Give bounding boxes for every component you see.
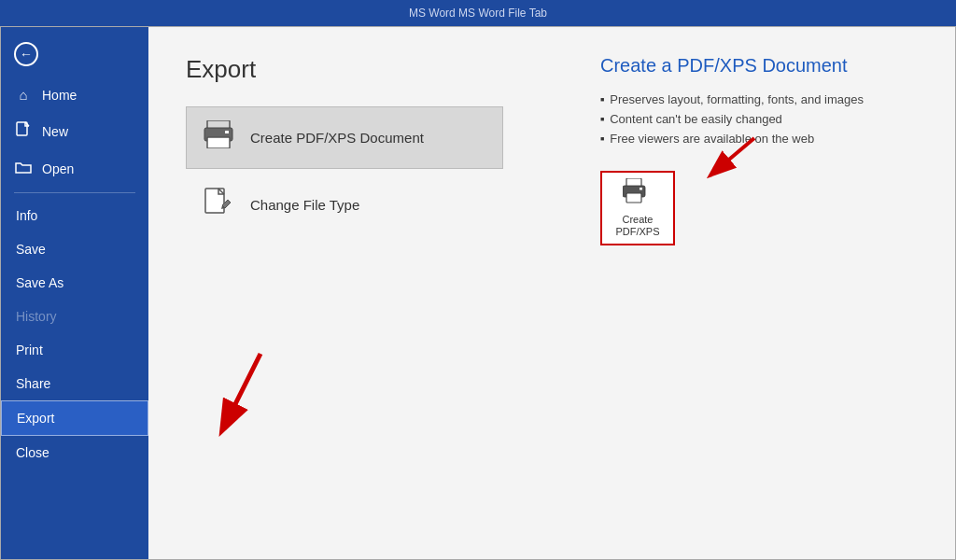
svg-rect-9 (626, 193, 641, 203)
share-label: Share (16, 376, 50, 391)
history-label: History (16, 309, 57, 324)
save-as-label: Save As (16, 275, 63, 290)
sidebar-item-share[interactable]: Share (1, 367, 148, 400)
info-label: Info (16, 208, 37, 223)
sidebar-item-history: History (1, 300, 148, 333)
sidebar: ← ⌂ Home New Open (1, 27, 148, 559)
change-file-type-option[interactable]: Change File Type (186, 173, 503, 237)
sidebar-divider (14, 192, 135, 193)
sidebar-item-print[interactable]: Print (1, 333, 148, 367)
open-icon (14, 160, 33, 177)
export-label: Export (17, 411, 54, 426)
sidebar-item-home[interactable]: ⌂ Home (1, 77, 148, 112)
sidebar-home-label: Home (42, 88, 77, 103)
right-panel: Create a PDF/XPS Document ■ Preserves la… (600, 55, 918, 245)
export-options: Create PDF/XPS Document Change File Type (186, 106, 503, 237)
create-pdf-btn-icon (623, 178, 653, 210)
bullet-item-2: ■ Content can't be easily changed (600, 109, 918, 129)
home-icon: ⌂ (14, 87, 33, 103)
svg-rect-4 (225, 131, 229, 133)
btn-label-line2: PDF/XPS (615, 226, 659, 237)
bullet-list: ■ Preserves layout, formatting, fonts, a… (600, 90, 918, 148)
sidebar-new-label: New (42, 124, 68, 139)
svg-rect-3 (207, 137, 230, 148)
top-bar: MS Word MS Word File Tab (0, 0, 956, 26)
change-file-type-label: Change File Type (250, 197, 359, 213)
bullet-1-text: Preserves layout, formatting, fonts, and… (610, 92, 864, 106)
main-content: Export Create PDF/XPS Document (148, 27, 955, 559)
new-doc-icon (14, 121, 33, 141)
bullet-item-1: ■ Preserves layout, formatting, fonts, a… (600, 90, 918, 109)
back-icon: ← (14, 42, 38, 66)
arrow-to-button-svg (666, 129, 759, 185)
arrow-to-export-svg (148, 344, 335, 456)
back-button[interactable]: ← (1, 35, 148, 74)
print-label: Print (16, 343, 43, 357)
sidebar-item-export[interactable]: Export (1, 400, 148, 436)
save-label: Save (16, 242, 46, 257)
bullet-2-text: Content can't be easily changed (610, 112, 782, 126)
create-pdf-button[interactable]: Create PDF/XPS (600, 171, 675, 245)
sidebar-item-save-as[interactable]: Save As (1, 266, 148, 300)
app-window: ← ⌂ Home New Open (0, 26, 956, 560)
create-pdf-option[interactable]: Create PDF/XPS Document (186, 106, 503, 169)
create-pdf-label: Create PDF/XPS Document (250, 130, 424, 146)
create-pdf-btn-wrapper: Create PDF/XPS (600, 171, 675, 245)
sidebar-item-save[interactable]: Save (1, 232, 148, 266)
top-bar-title: MS Word MS Word File Tab (409, 7, 547, 20)
right-panel-title: Create a PDF/XPS Document (600, 55, 918, 77)
close-label: Close (16, 445, 49, 460)
create-pdf-btn-label: Create PDF/XPS (615, 214, 659, 238)
sidebar-item-info[interactable]: Info (1, 199, 148, 232)
file-edit-icon (202, 187, 235, 223)
svg-rect-10 (640, 188, 642, 190)
sidebar-item-close[interactable]: Close (1, 436, 148, 469)
sidebar-item-open[interactable]: Open (1, 150, 148, 187)
printer-icon (202, 120, 235, 155)
sidebar-open-label: Open (42, 161, 74, 176)
btn-label-line1: Create (622, 214, 653, 225)
bullet-item-3: ■ Free viewers are available on the web (600, 129, 918, 148)
sidebar-item-new[interactable]: New (1, 112, 148, 150)
